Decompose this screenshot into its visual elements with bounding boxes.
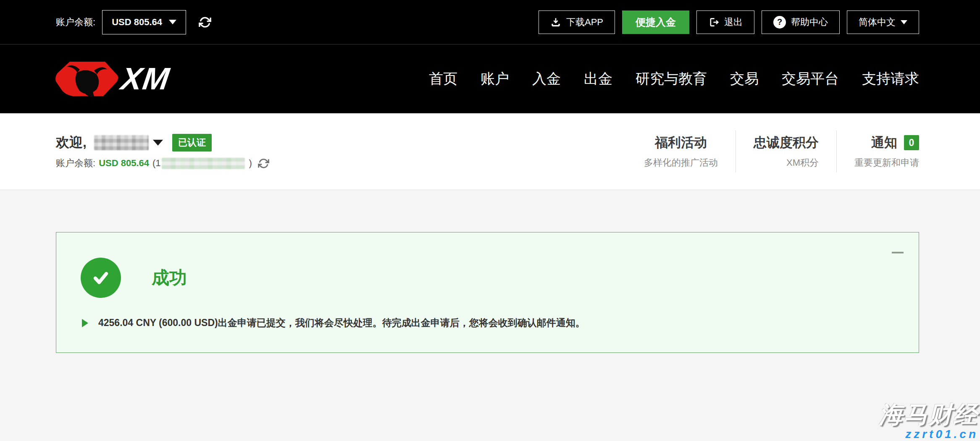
welcome-balance-label: 账户余额: [56,157,95,170]
refresh-balance-icon[interactable] [199,16,211,29]
help-icon: ? [773,16,786,29]
verified-badge: 已认证 [172,134,212,151]
download-icon [550,17,561,28]
quick-deposit-label: 便捷入金 [636,16,676,29]
welcome-greeting: 欢迎, [56,133,87,152]
refresh-account-icon[interactable] [258,158,269,169]
notifications-count-badge: 0 [904,135,919,150]
top-utility-bar: 账户余额: USD 805.64 下载APP 便捷入金 [0,0,980,44]
account-balance-value: USD 805.64 [112,17,162,28]
promotions-link[interactable]: 福利活动 多样化的推广活动 [626,130,736,172]
nav-item-home[interactable]: 首页 [429,69,457,89]
language-selector[interactable]: 简体中文 [847,10,919,34]
welcome-strip: 欢迎, 已认证 账户余额: USD 805.64 (1 ) 福利活动 [0,113,980,190]
account-balance-dropdown[interactable]: USD 805.64 [102,10,186,34]
help-center-button[interactable]: ? 帮助中心 [762,10,840,34]
loyalty-subtitle: XM积分 [786,157,819,169]
download-app-button[interactable]: 下载APP [539,10,615,34]
account-number-redacted [162,158,245,169]
logout-icon [708,17,719,28]
success-alert: 成功 4256.04 CNY (600.00 USD)出金申请已提交，我们将会尽… [56,232,919,353]
account-number-prefix: (1 [152,158,161,169]
nav-item-deposit[interactable]: 入金 [532,69,561,89]
logout-button[interactable]: 退出 [696,10,754,34]
language-label: 简体中文 [859,16,896,29]
xm-bull-crest-icon [54,60,119,98]
download-app-label: 下载APP [566,16,603,29]
chevron-down-icon[interactable] [153,140,163,146]
nav-item-trading[interactable]: 交易 [730,69,759,89]
nav-item-support[interactable]: 支持请求 [862,69,919,89]
collapse-alert-button[interactable] [892,252,904,253]
page-content: 成功 4256.04 CNY (600.00 USD)出金申请已提交，我们将会尽… [0,190,980,441]
nav-item-platforms[interactable]: 交易平台 [782,69,839,89]
promotions-title: 福利活动 [655,134,707,151]
bullet-triangle-icon [82,319,88,327]
nav-item-research-education[interactable]: 研究与教育 [636,69,707,89]
chevron-down-icon [169,20,176,24]
loyalty-title: 忠诚度积分 [754,134,819,151]
notifications-link[interactable]: 通知 0 重要更新和申请 [836,130,919,172]
topbar-balance-label: 账户余额: [56,16,95,29]
welcome-balance-value: USD 805.64 [99,158,149,169]
xm-logo-text: XM [119,63,172,94]
quick-deposit-button[interactable]: 便捷入金 [622,10,689,34]
success-check-icon [81,258,121,298]
promotions-subtitle: 多样化的推广活动 [644,157,718,169]
welcome-quick-links: 福利活动 多样化的推广活动 忠诚度积分 XM积分 通知 0 重要更新和申请 [626,130,919,172]
main-nav-bar: XM 首页 账户 入金 出金 研究与教育 交易 交易平台 支持请求 [0,44,980,113]
nav-menu: 首页 账户 入金 出金 研究与教育 交易 交易平台 支持请求 [429,69,919,89]
alert-title: 成功 [152,266,187,290]
notifications-title: 通知 [871,134,897,151]
chevron-down-icon [901,20,907,24]
welcome-left: 欢迎, 已认证 账户余额: USD 805.64 (1 ) [56,133,269,170]
nav-item-account[interactable]: 账户 [481,69,509,89]
loyalty-points-link[interactable]: 忠诚度积分 XM积分 [736,130,836,172]
account-number-suffix: ) [249,158,252,169]
alert-message: 4256.04 CNY (600.00 USD)出金申请已提交，我们将会尽快处理… [98,316,585,329]
xm-logo[interactable]: XM [54,60,170,98]
logout-label: 退出 [724,16,743,29]
help-center-label: 帮助中心 [791,16,828,29]
account-name-redacted [94,135,149,150]
nav-item-withdrawal[interactable]: 出金 [584,69,612,89]
topbar-actions: 下载APP 便捷入金 退出 ? 帮助中心 简体中文 [539,10,919,34]
notifications-subtitle: 重要更新和申请 [854,157,919,169]
